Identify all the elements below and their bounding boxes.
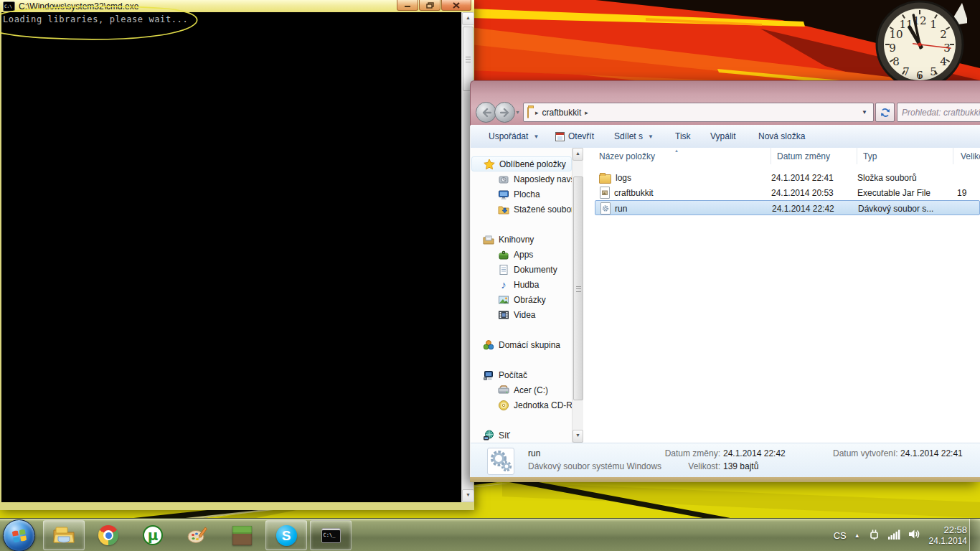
sidebar-item-downloads[interactable]: Stažené soubory <box>471 202 572 217</box>
tray-time: 22:58 <box>943 524 967 535</box>
chrome-icon <box>98 525 118 545</box>
sidebar-item-pictures[interactable]: Obrázky <box>471 292 572 307</box>
batch-file-icon <box>600 202 611 215</box>
taskbar-skype-button[interactable]: S <box>265 520 307 550</box>
sidebar-item-drive-c[interactable]: Acer (C:) <box>471 382 572 397</box>
file-row-logs[interactable]: logs 24.1.2014 22:41 Složka souborů <box>595 170 980 185</box>
documents-icon <box>498 264 509 276</box>
forward-button[interactable] <box>494 102 515 123</box>
open-button[interactable]: Otevřít <box>555 125 594 148</box>
new-folder-button[interactable]: Nová složka <box>758 125 805 148</box>
share-button[interactable]: Sdílet s▼ <box>614 125 654 148</box>
sidebar-item-cdrom[interactable]: Jednotka CD-ROM <box>471 397 572 413</box>
cmd-window: C:\ C:\Windows\system32\cmd.exe Loading … <box>0 0 474 510</box>
sidebar-item-favorites[interactable]: Oblíbené položky <box>471 156 572 171</box>
breadcrumb-arrow-icon[interactable]: ▸ <box>581 109 592 116</box>
homegroup-icon <box>483 339 494 351</box>
close-button[interactable] <box>441 0 471 11</box>
explorer-titlebar[interactable]: ▼ ▸ craftbukkit ▸ ▼ <box>470 80 980 126</box>
organize-button[interactable]: Uspořádat▼ <box>489 125 539 148</box>
sidebar-item-music[interactable]: ♪ Hudba <box>471 277 572 292</box>
refresh-button[interactable] <box>875 103 895 122</box>
taskbar-utorrent-button[interactable]: µ <box>132 520 174 550</box>
sidebar-scrollbar[interactable]: ▲ ▼ <box>572 148 583 443</box>
taskbar-cmd-button[interactable]: C:\_ <box>310 520 352 550</box>
windows-logo-icon <box>11 528 27 544</box>
column-header-size[interactable]: Velikost <box>953 148 980 164</box>
language-indicator[interactable]: CS <box>834 530 847 541</box>
svg-text:2: 2 <box>940 28 947 41</box>
show-desktop-button[interactable] <box>969 519 980 551</box>
desktop: 12 1 2 3 4 5 6 7 8 9 10 11 C: <box>0 0 980 551</box>
apps-icon <box>498 249 509 260</box>
hidden-icons-chevron-icon[interactable]: ▲ <box>854 532 860 539</box>
scroll-up-icon[interactable]: ▲ <box>462 12 474 25</box>
breadcrumb-segment-craftbukkit[interactable]: craftbukkit <box>542 108 582 118</box>
print-button[interactable]: Tisk <box>675 125 691 148</box>
network-signal-icon[interactable] <box>888 529 900 542</box>
explorer-toolbar: Uspořádat▼ Otevřít Sdílet s▼ Tisk Vypáli… <box>471 125 980 149</box>
column-header-name[interactable]: Název položky <box>583 148 771 164</box>
sidebar-scrollbar-thumb[interactable] <box>573 176 583 400</box>
sidebar-item-documents[interactable]: Dokumenty <box>471 262 572 277</box>
tray-clock[interactable]: 22:58 24.1.2014 <box>929 524 967 547</box>
history-dropdown-icon[interactable]: ▼ <box>515 110 520 115</box>
column-header-modified[interactable]: Datum změny <box>771 148 857 164</box>
jar-file-icon <box>600 187 610 199</box>
navigation-pane: Oblíbené položky Naposledy navštívené Pl… <box>471 148 572 443</box>
address-dropdown-icon[interactable]: ▼ <box>862 109 873 116</box>
start-button[interactable] <box>3 519 35 551</box>
sidebar-item-videos[interactable]: Videa <box>471 307 572 322</box>
svg-text:5: 5 <box>930 65 937 78</box>
volume-icon[interactable] <box>908 529 921 542</box>
details-file-name: run <box>528 448 540 458</box>
sidebar-item-computer[interactable]: Počítač <box>471 367 572 382</box>
address-bar[interactable]: ▸ craftbukkit ▸ ▼ <box>523 103 874 122</box>
taskbar-paint-button[interactable] <box>176 520 218 550</box>
sidebar-item-homegroup[interactable]: Domácí skupina <box>471 337 572 352</box>
taskbar-explorer-button[interactable] <box>43 520 85 550</box>
file-row-craftbukkit[interactable]: craftbukkit 24.1.2014 20:53 Executable J… <box>595 185 980 200</box>
scroll-down-icon[interactable]: ▼ <box>573 430 583 443</box>
minimize-button[interactable] <box>397 0 418 11</box>
videos-icon <box>498 309 509 321</box>
skype-icon: S <box>276 525 297 546</box>
scroll-down-icon[interactable]: ▼ <box>462 489 474 502</box>
explorer-bottom-border <box>470 477 980 482</box>
open-file-icon <box>555 132 565 141</box>
tray-date: 24.1.2014 <box>929 536 967 546</box>
svg-text:7: 7 <box>903 65 910 78</box>
search-box <box>897 103 980 122</box>
cmd-console[interactable]: Loading libraries, please wait... <box>1 12 463 502</box>
taskbar-chrome-button[interactable] <box>88 520 129 550</box>
scroll-up-icon[interactable]: ▲ <box>573 148 583 161</box>
restore-button[interactable] <box>419 0 440 11</box>
sidebar-item-network[interactable]: Síť <box>471 428 572 443</box>
libraries-icon <box>483 234 494 245</box>
utorrent-icon: µ <box>143 525 163 545</box>
clock-gadget[interactable]: 12 1 2 3 4 5 6 7 8 9 10 11 <box>872 0 967 92</box>
sidebar-item-desktop[interactable]: Plocha <box>471 187 572 202</box>
file-row-run-selected[interactable]: run 24.1.2014 22:42 Dávkový soubor s... <box>595 200 980 215</box>
power-plug-icon[interactable] <box>868 528 880 542</box>
cmd-icon: C:\ <box>3 1 15 11</box>
computer-icon <box>483 369 494 381</box>
back-button[interactable] <box>476 102 496 123</box>
breadcrumb-arrow-icon[interactable]: ▸ <box>532 109 542 116</box>
desktop-icon <box>498 189 509 200</box>
folder-icon <box>599 174 611 184</box>
drive-icon <box>498 385 509 396</box>
windows-explorer-icon <box>52 526 75 545</box>
column-header-type[interactable]: Typ <box>857 148 953 164</box>
sidebar-item-recent[interactable]: Naposledy navštívené <box>471 171 572 187</box>
chevron-down-icon: ▼ <box>648 133 654 140</box>
svg-text:4: 4 <box>940 55 947 68</box>
burn-button[interactable]: Vypálit <box>710 125 736 148</box>
svg-text:9: 9 <box>889 42 896 55</box>
cmd-window-title: C:\Windows\system32\cmd.exe <box>19 1 138 11</box>
sidebar-item-apps[interactable]: Apps <box>471 247 572 262</box>
search-input[interactable] <box>897 103 980 121</box>
sidebar-item-libraries[interactable]: Knihovny <box>471 232 572 247</box>
details-modified: Datum změny:24.1.2014 22:42 <box>643 448 858 458</box>
taskbar-minecraft-button[interactable] <box>221 520 263 550</box>
